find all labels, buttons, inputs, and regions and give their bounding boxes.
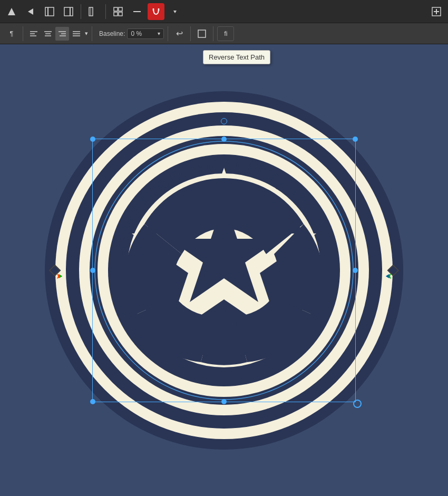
svg-rect-2 — [45, 7, 54, 16]
align-justify-btn[interactable] — [70, 27, 83, 41]
tooltip-text: Reverse Text Path — [209, 53, 265, 61]
canvas-area: SUPERIOR QUALITY| — [0, 44, 448, 496]
align-left-btn[interactable] — [27, 27, 41, 41]
svg-rect-10 — [114, 12, 118, 16]
handle-mr[interactable] — [353, 268, 358, 273]
svg-rect-3 — [47, 7, 48, 16]
box-btn[interactable] — [194, 26, 209, 41]
sep2 — [105, 4, 106, 19]
align-dropdown-arrow[interactable]: ▾ — [85, 30, 88, 37]
svg-marker-15 — [173, 11, 177, 13]
dropdown-arrow-btn[interactable] — [167, 3, 183, 20]
svg-rect-5 — [70, 7, 71, 16]
sep4 — [92, 26, 92, 41]
badge-container[interactable]: SUPERIOR QUALITY| — [40, 86, 408, 455]
handle-bl[interactable] — [90, 399, 95, 404]
sep6 — [190, 26, 191, 41]
sep1 — [81, 4, 81, 19]
handle-tl[interactable] — [90, 137, 95, 142]
ligature-icon: fi — [224, 30, 228, 37]
sep7 — [213, 26, 213, 41]
baseline-dropdown-arrow[interactable]: ▾ — [158, 31, 160, 36]
undo-btn[interactable]: ↩ — [172, 26, 187, 41]
selection-box — [92, 139, 356, 402]
baseline-label: Baseline: — [99, 30, 125, 37]
magnet-btn[interactable] — [148, 3, 164, 20]
svg-rect-11 — [119, 12, 122, 16]
align-group: ▾ — [27, 27, 88, 41]
paragraph-btn[interactable]: ¶ — [4, 26, 19, 41]
arrow-btn[interactable] — [3, 3, 20, 20]
undo-icon: ↩ — [176, 28, 183, 38]
align-center-btn[interactable] — [41, 27, 55, 41]
sep5 — [168, 26, 168, 41]
svg-rect-8 — [114, 7, 118, 11]
handle-ml[interactable] — [90, 268, 95, 273]
top-toolbar — [0, 0, 448, 23]
arrow-right — [384, 271, 393, 283]
frame-btn[interactable] — [41, 3, 58, 20]
grid-btn[interactable] — [110, 3, 126, 20]
svg-rect-31 — [198, 30, 206, 37]
toolbar-right — [428, 3, 445, 20]
handle-tm[interactable] — [221, 137, 227, 142]
svg-rect-9 — [119, 7, 122, 11]
sep3 — [23, 26, 23, 41]
baseline-input[interactable]: 0 % ▾ — [127, 28, 164, 39]
minus-btn[interactable] — [129, 3, 145, 20]
reverse-text-path-tooltip: Reverse Text Path — [203, 50, 270, 64]
arrow-left — [55, 271, 64, 283]
paragraph-icon: ¶ — [10, 30, 14, 37]
svg-marker-1 — [28, 8, 33, 15]
handle-bm[interactable] — [221, 399, 227, 404]
baseline-value: 0 % — [131, 30, 142, 37]
back-btn[interactable] — [22, 3, 39, 20]
text-toolbar: ¶ — [0, 23, 448, 44]
svg-marker-0 — [8, 8, 15, 15]
frame2-btn[interactable] — [60, 3, 77, 20]
handle-top-center[interactable] — [221, 118, 227, 124]
align-right-btn[interactable] — [55, 27, 69, 41]
handle-tr[interactable] — [353, 137, 358, 142]
handle-br[interactable] — [353, 400, 362, 408]
layout-btn[interactable] — [85, 3, 102, 20]
add-btn[interactable] — [428, 3, 445, 20]
ligature-btn[interactable]: fi — [217, 26, 234, 41]
svg-rect-4 — [64, 7, 73, 16]
